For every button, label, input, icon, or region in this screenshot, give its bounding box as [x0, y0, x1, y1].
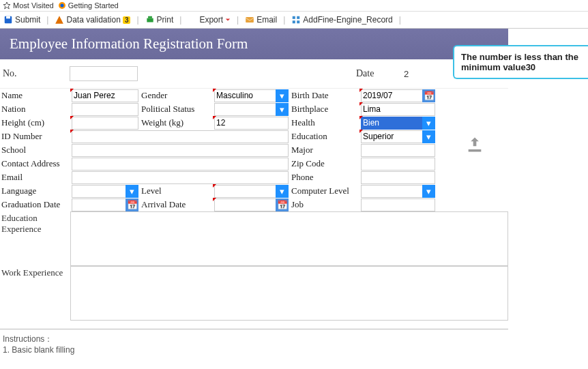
separator: |: [44, 15, 51, 25]
weight-label: Weight (kg): [140, 116, 213, 130]
gender-label: Gender: [140, 89, 213, 102]
job-input[interactable]: [361, 198, 435, 211]
instructions-panel: Instructions： 1. Basic blank filling: [0, 329, 508, 356]
add-engine-record-button[interactable]: AddFine-Engine_Record: [289, 14, 394, 25]
bookmark-getting-started[interactable]: Getting Started: [58, 1, 119, 10]
calendar-icon[interactable]: 📅: [422, 89, 435, 102]
level-label: Level: [140, 184, 213, 198]
chevron-down-icon[interactable]: ▾: [422, 117, 435, 130]
graduation-date-label: Graduation Date: [0, 198, 70, 211]
chevron-down-icon[interactable]: ▾: [276, 185, 289, 198]
no-label: No.: [3, 68, 70, 79]
political-select[interactable]: [214, 103, 276, 116]
weight-input[interactable]: [214, 117, 289, 130]
nation-label: Nation: [0, 102, 70, 116]
graduation-date-input[interactable]: [72, 198, 126, 211]
calendar-icon[interactable]: 📅: [126, 198, 138, 211]
education-select[interactable]: [361, 130, 422, 143]
email-input[interactable]: [72, 171, 289, 184]
work-experience-input[interactable]: [70, 266, 508, 321]
education-experience-input[interactable]: [70, 211, 508, 266]
political-label: Political Status: [140, 102, 213, 116]
arrival-date-label: Arrival Date: [140, 198, 213, 211]
svg-rect-8: [293, 16, 295, 19]
birthdate-input[interactable]: [361, 89, 422, 102]
toolbar-label: Email: [256, 15, 277, 25]
svg-point-2: [60, 4, 63, 8]
health-select[interactable]: [361, 117, 422, 130]
idnumber-label: ID Number: [0, 130, 70, 143]
contact-address-input[interactable]: [72, 158, 289, 171]
bookmark-label: Most Visited: [13, 1, 54, 10]
bookmarks-bar: Most Visited Getting Started: [0, 0, 588, 12]
chevron-down-icon[interactable]: ▾: [126, 185, 138, 198]
education-label: Education: [290, 130, 359, 143]
svg-rect-4: [6, 16, 10, 19]
height-label: Height (cm): [0, 116, 70, 130]
export-button[interactable]: Export: [186, 14, 233, 25]
toolbar-label: Export: [199, 15, 223, 25]
svg-rect-10: [293, 20, 295, 23]
chevron-down-icon[interactable]: ▾: [422, 185, 435, 198]
chevron-down-icon[interactable]: ▾: [422, 130, 435, 143]
star-icon: [3, 1, 11, 10]
health-label: Health: [290, 116, 359, 130]
grid-icon: [291, 15, 301, 25]
chevron-down-icon[interactable]: ▾: [276, 103, 289, 116]
no-date-row: No. Date 2: [0, 59, 508, 89]
job-label: Job: [290, 198, 359, 211]
bookmark-most-visited[interactable]: Most Visited: [3, 1, 54, 10]
language-label: Language: [0, 184, 70, 198]
work-experience-row: Work Experience: [0, 266, 508, 321]
firefox-icon: [58, 1, 66, 10]
submit-button[interactable]: Submit: [1, 14, 42, 25]
date-value: 2: [404, 69, 417, 79]
calendar-icon[interactable]: 📅: [276, 198, 289, 211]
major-input[interactable]: [361, 144, 435, 157]
arrival-date-input[interactable]: [214, 198, 276, 211]
toolbar-label: Data validation: [66, 15, 120, 25]
svg-rect-9: [297, 16, 299, 19]
instructions-header: Instructions：: [3, 334, 505, 345]
dropdown-arrow-icon: [225, 17, 231, 23]
svg-rect-7: [246, 17, 254, 23]
level-select[interactable]: [214, 185, 276, 198]
export-icon: [188, 15, 197, 25]
nation-input[interactable]: [72, 103, 138, 116]
toolbar-label: Submit: [15, 15, 40, 25]
gender-select[interactable]: [214, 89, 276, 102]
validation-badge: 3: [123, 16, 131, 24]
separator: |: [177, 15, 184, 25]
chevron-down-icon[interactable]: ▾: [276, 89, 289, 102]
svg-rect-6: [148, 16, 152, 18]
computer-level-select[interactable]: [361, 185, 422, 198]
birthplace-input[interactable]: [361, 103, 435, 116]
school-input[interactable]: [72, 144, 289, 157]
language-select[interactable]: [72, 185, 126, 198]
no-input[interactable]: [70, 66, 138, 81]
major-label: Major: [290, 143, 359, 157]
email-label: Email: [0, 171, 70, 184]
toolbar-label: AddFine-Engine_Record: [303, 15, 392, 25]
name-input[interactable]: [72, 89, 138, 102]
date-label: Date: [356, 68, 404, 79]
height-input[interactable]: [72, 117, 138, 130]
svg-rect-5: [147, 18, 153, 23]
form-title: Employee Information Registration Form: [0, 29, 508, 59]
birthplace-label: Birthplace: [290, 102, 359, 116]
idnumber-input[interactable]: [72, 130, 289, 143]
svg-marker-0: [3, 2, 10, 9]
zipcode-label: Zip Code: [290, 157, 359, 171]
phone-input[interactable]: [361, 171, 435, 184]
validation-tooltip: The number is less than the minimum valu…: [453, 45, 588, 79]
toolbar-label: Print: [157, 15, 174, 25]
upload-button[interactable]: [464, 135, 486, 156]
separator: |: [134, 15, 141, 25]
birthdate-label: Birth Date: [290, 89, 359, 102]
education-experience-label: Education Experience: [0, 211, 70, 266]
print-button[interactable]: Print: [143, 14, 176, 25]
work-experience-label: Work Experience: [0, 266, 70, 321]
data-validation-button[interactable]: Data validation 3: [53, 14, 132, 25]
zipcode-input[interactable]: [361, 158, 435, 171]
email-button[interactable]: Email: [243, 14, 279, 25]
